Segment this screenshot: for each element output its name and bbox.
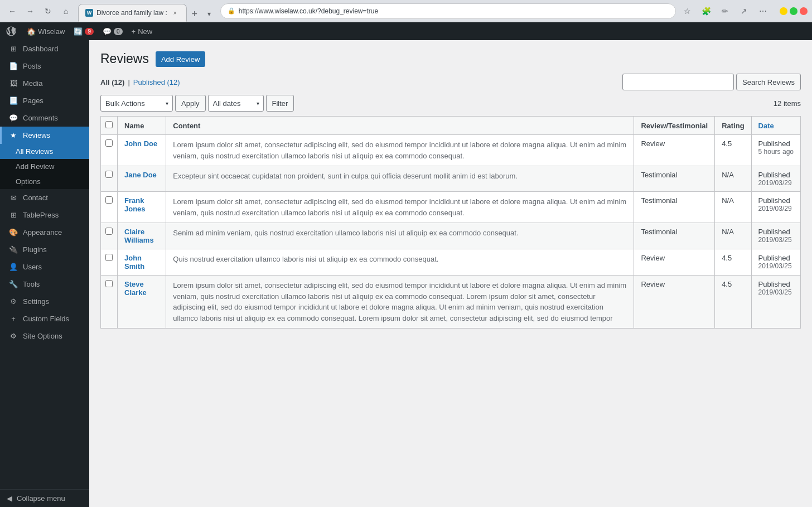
sidebar-item-media[interactable]: 🖼 Media bbox=[0, 75, 89, 92]
browser-tab[interactable]: W Divorce and family law : × bbox=[78, 4, 187, 22]
sidebar-item-appearance[interactable]: 🎨 Appearance bbox=[0, 224, 89, 241]
sidebar-item-reviews[interactable]: ★ Reviews bbox=[0, 127, 89, 144]
sidebar-item-dashboard[interactable]: ⊞ Dashboard bbox=[0, 40, 89, 57]
select-all-checkbox[interactable] bbox=[105, 121, 113, 128]
sidebar-item-custom-fields[interactable]: + Custom Fields bbox=[0, 310, 89, 327]
minimize-button[interactable] bbox=[780, 7, 787, 15]
extension-button[interactable]: 🧩 bbox=[698, 3, 714, 19]
sidebar-item-users[interactable]: 👤 Users bbox=[0, 258, 89, 276]
sidebar-label-tools: Tools bbox=[23, 280, 40, 288]
row-rating-cell: 4.5 bbox=[715, 249, 751, 276]
forward-button[interactable]: → bbox=[22, 3, 38, 19]
sidebar-item-contact[interactable]: ✉ Contact bbox=[0, 189, 89, 206]
date-filter-wrapper: All dates 2019/03 ▾ bbox=[208, 95, 264, 112]
sidebar-item-all-reviews[interactable]: All Reviews bbox=[0, 144, 89, 159]
sidebar-item-tablepress[interactable]: ⊞ TablePress bbox=[0, 206, 89, 224]
apply-button[interactable]: Apply bbox=[175, 95, 206, 112]
updates-item[interactable]: 🔄 9 bbox=[69, 22, 98, 40]
collapse-icon: ◀ bbox=[7, 494, 12, 503]
filter-separator-1: | bbox=[128, 78, 129, 86]
row-checkbox[interactable] bbox=[105, 196, 113, 204]
row-rating-cell: N/A bbox=[715, 166, 751, 192]
back-button[interactable]: ← bbox=[4, 3, 20, 19]
row-checkbox[interactable] bbox=[105, 280, 113, 287]
row-type-cell: Review bbox=[634, 249, 715, 276]
row-checkbox[interactable] bbox=[105, 171, 113, 178]
sidebar-item-tools[interactable]: 🔧 Tools bbox=[0, 276, 89, 293]
date-value: 2019/03/25 bbox=[758, 288, 794, 296]
sidebar-label-dashboard: Dashboard bbox=[23, 45, 59, 53]
dashboard-icon: ⊞ bbox=[8, 45, 18, 53]
action-bar: Bulk Actions Delete ▾ Apply All dates 20… bbox=[100, 95, 801, 112]
sidebar-item-options[interactable]: Options bbox=[0, 174, 89, 189]
row-checkbox[interactable] bbox=[105, 254, 113, 261]
sidebar-item-comments[interactable]: 💬 Comments bbox=[0, 109, 89, 127]
row-content-cell: Lorem ipsum dolor sit amet, consectetur … bbox=[166, 276, 634, 329]
row-date-cell: Published2019/03/29 bbox=[751, 166, 800, 192]
close-window-button[interactable] bbox=[800, 7, 808, 15]
add-new-button[interactable]: Add Review bbox=[156, 51, 205, 67]
date-status: Published bbox=[758, 280, 794, 288]
sidebar-label-plugins: Plugins bbox=[23, 245, 47, 254]
row-content-cell: Senim ad minim veniam, quis nostrud exer… bbox=[166, 223, 634, 249]
filter-published-link[interactable]: Published (12) bbox=[133, 78, 180, 86]
collapse-menu[interactable]: ◀ Collapse menu bbox=[0, 489, 89, 507]
bulk-actions-select[interactable]: Bulk Actions Delete bbox=[100, 95, 173, 112]
sidebar-label-tablepress: TablePress bbox=[23, 211, 59, 219]
filter-all-link[interactable]: All (12) bbox=[100, 78, 124, 86]
more-button[interactable]: ⋯ bbox=[755, 3, 771, 19]
review-name-link[interactable]: Frank Jones bbox=[124, 196, 146, 213]
new-tab-button[interactable]: + bbox=[188, 7, 201, 21]
review-name-link[interactable]: Claire Williams bbox=[124, 228, 154, 244]
sidebar-label-site-options: Site Options bbox=[23, 332, 62, 340]
tab-title: Divorce and family law : bbox=[96, 9, 167, 17]
tab-close-button[interactable]: × bbox=[171, 8, 180, 17]
sidebar-item-pages[interactable]: 📃 Pages bbox=[0, 92, 89, 109]
updates-icon: 🔄 bbox=[74, 27, 83, 36]
sidebar-item-settings[interactable]: ⚙ Settings bbox=[0, 293, 89, 310]
new-content-item[interactable]: + New bbox=[127, 22, 157, 40]
review-name-link[interactable]: John Doe bbox=[124, 139, 157, 148]
date-value: 2019/03/29 bbox=[758, 205, 794, 213]
search-reviews-button[interactable]: Search Reviews bbox=[736, 74, 801, 90]
row-checkbox[interactable] bbox=[105, 139, 113, 147]
home-button[interactable]: ⌂ bbox=[58, 3, 74, 19]
site-name-item[interactable]: 🏠 Wiselaw bbox=[22, 22, 69, 40]
col-header-cb bbox=[101, 117, 118, 135]
row-content-cell: Quis nostrud exercitation ullamco labori… bbox=[166, 249, 634, 276]
share-button[interactable]: ↗ bbox=[736, 3, 752, 19]
profile-button[interactable]: ✏ bbox=[717, 3, 733, 19]
review-name-link[interactable]: John Smith bbox=[124, 254, 144, 271]
review-name-link[interactable]: Steve Clarke bbox=[124, 280, 147, 297]
sidebar-item-site-options[interactable]: ⚙ Site Options bbox=[0, 327, 89, 345]
table-row: Frank JonesLorem ipsum dolor sit amet, c… bbox=[101, 192, 801, 223]
maximize-button[interactable] bbox=[790, 7, 798, 15]
review-name-link[interactable]: Jane Doe bbox=[124, 171, 157, 179]
tab-list-button[interactable]: ▾ bbox=[202, 7, 216, 21]
address-bar[interactable]: 🔒 https://www.wiselaw.co.uk/?debug_revie… bbox=[220, 3, 676, 19]
all-reviews-label: All Reviews bbox=[16, 147, 53, 156]
row-checkbox[interactable] bbox=[105, 228, 113, 235]
sidebar-item-posts[interactable]: 📄 Posts bbox=[0, 57, 89, 75]
comments-icon: 💬 bbox=[103, 27, 112, 36]
col-header-rating: Rating bbox=[715, 117, 751, 135]
sidebar: ⊞ Dashboard 📄 Posts 🖼 Media 📃 Pages 💬 Co… bbox=[0, 40, 89, 507]
sidebar-label-posts: Posts bbox=[23, 62, 41, 70]
date-status: Published bbox=[758, 139, 794, 148]
filter-button[interactable]: Filter bbox=[266, 95, 294, 112]
date-filter-select[interactable]: All dates 2019/03 bbox=[208, 95, 264, 112]
sidebar-item-add-review[interactable]: Add Review bbox=[0, 159, 89, 174]
refresh-button[interactable]: ↻ bbox=[40, 3, 56, 19]
bookmark-button[interactable]: ☆ bbox=[679, 3, 695, 19]
sidebar-label-appearance: Appearance bbox=[23, 228, 62, 236]
search-input[interactable] bbox=[622, 74, 734, 90]
row-checkbox-cell bbox=[101, 223, 118, 249]
wp-logo-item[interactable] bbox=[0, 22, 22, 40]
date-status: Published bbox=[758, 254, 794, 262]
row-name-cell: Frank Jones bbox=[118, 192, 166, 223]
row-checkbox-cell bbox=[101, 135, 118, 166]
comments-item[interactable]: 💬 0 bbox=[98, 22, 127, 40]
sidebar-item-plugins[interactable]: 🔌 Plugins bbox=[0, 241, 89, 258]
row-content-cell: Lorem ipsum dolor sit amet, consectetur … bbox=[166, 192, 634, 223]
appearance-icon: 🎨 bbox=[8, 228, 18, 236]
